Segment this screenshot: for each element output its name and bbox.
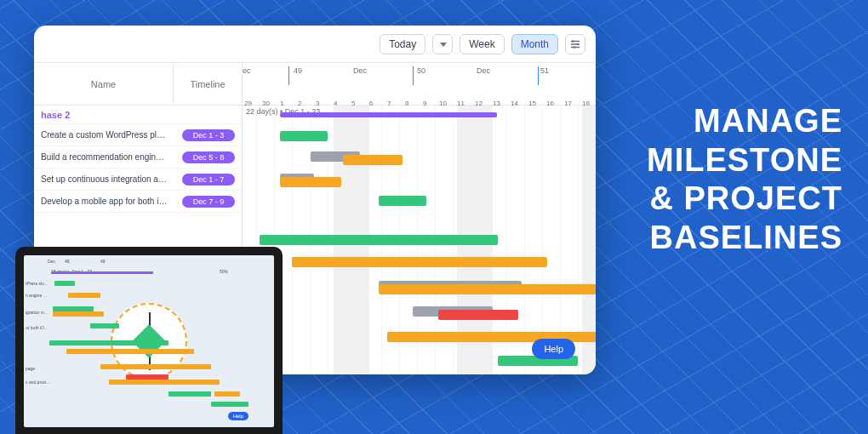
help-button[interactable]: Help: [532, 339, 575, 359]
chevron-down-icon: [440, 43, 447, 47]
task-date-pill: Dec 7 - 9: [182, 196, 235, 208]
phase-row[interactable]: hase 2: [34, 106, 242, 124]
gantt-bar[interactable]: [379, 284, 596, 294]
gantt-bar[interactable]: [379, 196, 426, 206]
task-name: Set up continuous integration an…: [34, 174, 175, 184]
gantt-bar[interactable]: [280, 177, 341, 187]
column-timeline: Timeline: [174, 63, 242, 105]
gantt-bar[interactable]: [292, 257, 547, 267]
task-date-pill: Dec 1 - 7: [182, 174, 235, 186]
week-button[interactable]: Week: [460, 34, 504, 54]
today-label: Today: [389, 38, 416, 50]
task-row[interactable]: Set up continuous integration an…Dec 1 -…: [34, 168, 242, 191]
task-row[interactable]: Create a custom WordPress plu…Dec 1 - 3: [34, 124, 242, 146]
headline-line: BASELINES: [647, 219, 842, 258]
task-name: Build a recommendation engine …: [34, 152, 175, 162]
headline-line: MANAGE: [647, 102, 842, 141]
help-button-mini[interactable]: Help: [228, 412, 248, 420]
sliders-icon: [569, 38, 581, 50]
task-row[interactable]: Build a recommendation engine …Dec 5 - 8: [34, 146, 242, 168]
headline-line: MILESTONE: [647, 141, 842, 180]
gantt-bar[interactable]: [343, 155, 403, 165]
today-button[interactable]: Today: [380, 34, 425, 54]
gantt-bar[interactable]: [260, 235, 498, 245]
toolbar: Today Week Month: [34, 26, 596, 63]
task-name: Develop a mobile app for both iO…: [34, 197, 175, 206]
svg-point-2: [574, 46, 576, 49]
settings-button[interactable]: [565, 34, 585, 54]
task-name: Create a custom WordPress plu…: [34, 130, 175, 140]
task-date-pill: Dec 1 - 3: [182, 129, 235, 141]
marketing-headline: MANAGE MILESTONE & PROJECT BASELINES: [647, 102, 842, 257]
laptop-mockup: Help Dec484918 day(s) · Dec 1 - 2350%tPr…: [0, 247, 306, 434]
headline-line: & PROJECT: [647, 180, 842, 219]
svg-point-0: [572, 40, 574, 43]
column-name: Name: [34, 63, 174, 105]
task-row[interactable]: Develop a mobile app for both iO…Dec 7 -…: [34, 191, 242, 213]
gantt-bar[interactable]: [438, 310, 518, 320]
month-button[interactable]: Month: [511, 34, 558, 54]
gantt-bar[interactable]: [280, 112, 497, 117]
task-date-pill: Dec 5 - 8: [182, 151, 235, 163]
svg-point-1: [576, 43, 579, 45]
gantt-timeline-header: ec49Dec50Dec51 2930123456789101112131415…: [243, 63, 596, 106]
today-dropdown[interactable]: [432, 34, 453, 54]
gantt-bar[interactable]: [280, 131, 328, 141]
